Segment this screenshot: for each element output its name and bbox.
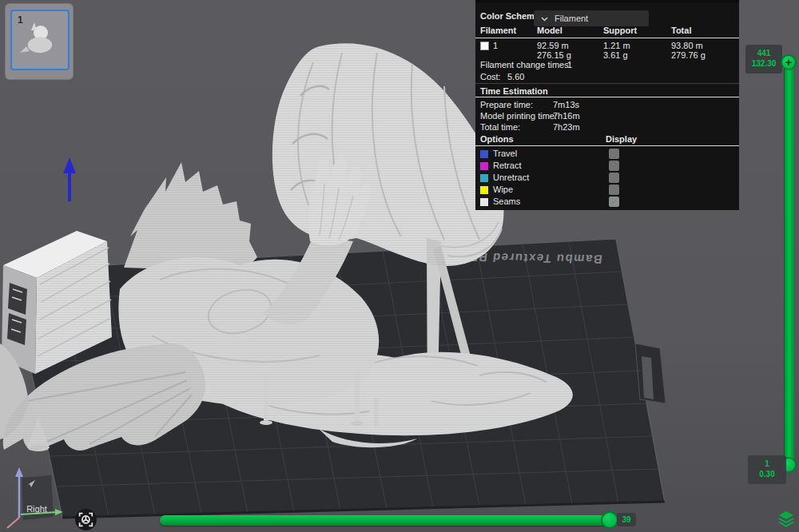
wipe-display-checkbox[interactable]: ✓ (609, 185, 619, 195)
layer-slider-top-handle[interactable]: + (781, 54, 797, 70)
col-total: Total (671, 25, 691, 36)
gizmo-view-label: Right (26, 504, 47, 514)
model-printing-time-label: Model printing time: (480, 110, 557, 121)
filament-change-value: 1 (567, 59, 572, 70)
cost-value: 5.60 (507, 71, 524, 82)
col-support: Support (603, 25, 637, 36)
layer-range-slider[interactable] (784, 62, 794, 466)
filament-change-label: Filament change times: (480, 59, 571, 70)
model-printing-time-value: 7h16m (553, 110, 580, 121)
navigate-target-icon (75, 509, 97, 530)
unretract-display-checkbox[interactable]: ✓ (609, 173, 619, 183)
layer-slider-bottom-tooltip: 1 0.30 (748, 455, 786, 484)
total-time-value: 7h23m (553, 121, 580, 133)
print-stats-panel: Color Scheme Filament Filament Model Sup… (475, 0, 739, 210)
prepare-time-label: Prepare time: (480, 99, 533, 110)
seams-color-swatch (480, 198, 488, 206)
col-model: Model (537, 25, 562, 36)
gizmo-y-axis-icon (7, 518, 19, 528)
col-filament: Filament (480, 25, 516, 36)
layers-icon[interactable] (777, 509, 796, 528)
travel-color-swatch (480, 150, 488, 158)
options-title: Options (480, 133, 514, 145)
seams-display-checkbox[interactable]: ✓ (609, 197, 619, 207)
auto-orient-view-button[interactable] (75, 509, 97, 530)
total-time-label: Total time: (480, 121, 520, 133)
travel-display-checkbox[interactable]: ✓ (609, 149, 619, 159)
option-row-travel: Travel ✓ (475, 148, 739, 160)
color-scheme-value: Filament (555, 10, 588, 26)
retract-display-checkbox[interactable]: ✓ (609, 161, 619, 171)
unretract-color-swatch (480, 174, 488, 182)
time-estimation-title: Time Estimation (480, 85, 548, 97)
option-row-wipe: Wipe ✓ (475, 184, 739, 196)
plus-icon: + (785, 55, 793, 69)
display-column-label: Display (606, 133, 637, 145)
plate-number: 1 (18, 14, 23, 26)
color-scheme-dropdown[interactable]: Filament (534, 10, 649, 26)
wipe-color-swatch (480, 186, 488, 194)
layer-slider-top-tooltip: 441 132.30 (745, 45, 782, 73)
prepare-time-value: 7m13s (553, 99, 579, 110)
plate-thumbnail[interactable]: 1 (10, 10, 70, 70)
option-row-unretract: Unretract ✓ (475, 172, 739, 184)
plate-list-panel: 1 (5, 3, 74, 80)
chevron-down-icon (540, 14, 549, 23)
step-slider-value: 39 (617, 513, 636, 526)
step-slider-handle[interactable] (601, 511, 618, 529)
cost-label: Cost: (480, 71, 501, 82)
step-slider[interactable] (160, 515, 612, 526)
z-axis-arrow-icon (63, 157, 76, 201)
option-row-seams: Seams ✓ (475, 196, 739, 208)
slicer-preview-window: Bambu Textured PEI (0, 0, 799, 532)
color-scheme-label: Color Scheme (480, 7, 539, 25)
option-row-retract: Retract ✓ (475, 160, 739, 172)
retract-color-swatch (480, 162, 488, 170)
